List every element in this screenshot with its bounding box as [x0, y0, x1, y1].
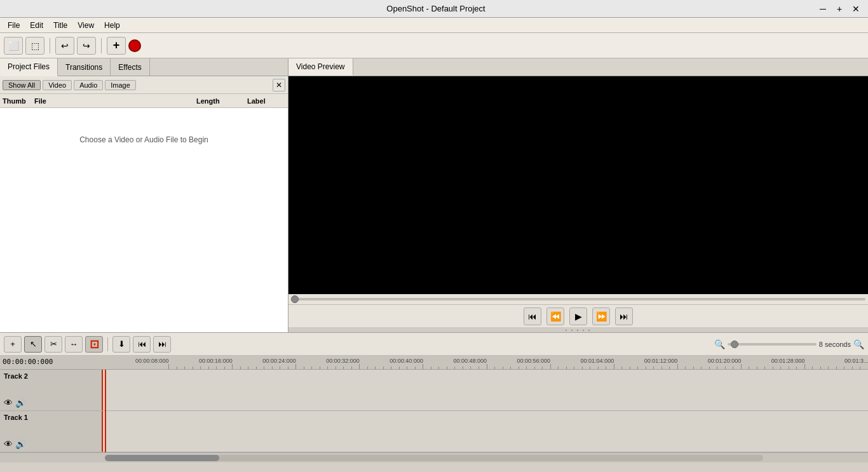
- ruler-minor-tick: [542, 367, 543, 369]
- undo-button[interactable]: ↩: [55, 37, 74, 55]
- add-track-button[interactable]: +: [4, 336, 22, 353]
- ruler-minor-tick: [852, 367, 853, 369]
- ruler-minor-tick: [415, 367, 416, 369]
- new-project-button[interactable]: ⬜: [4, 37, 23, 55]
- scrubber-thumb[interactable]: [291, 295, 299, 303]
- skip-back-button[interactable]: ⏮: [524, 307, 541, 325]
- ruler-minor-tick: [566, 367, 567, 369]
- ruler-minor-tick: [447, 367, 447, 369]
- fast-forward-button[interactable]: ⏩: [592, 307, 610, 325]
- resize-handle[interactable]: • • • • •: [288, 327, 868, 332]
- ruler-minor-tick: [709, 367, 710, 369]
- track-2-eye-icon[interactable]: 👁: [4, 398, 13, 408]
- ruler-minor-tick: [757, 367, 757, 369]
- ruler-minor-tick: [598, 367, 599, 369]
- maximize-button[interactable]: +: [832, 2, 846, 16]
- select-tool-button[interactable]: ↖: [24, 336, 42, 353]
- ruler-minor-tick-line: [256, 367, 257, 369]
- redo-icon: ↪: [83, 41, 90, 51]
- ruler-tick-label: 00:00:16:000: [199, 358, 233, 364]
- ruler-minor-tick: [685, 367, 686, 369]
- ruler-tick-label: 00:01:04:000: [581, 358, 614, 364]
- skip-forward-button[interactable]: ⏭: [615, 307, 633, 325]
- ruler-tick-line: [359, 364, 360, 369]
- scrubber-track[interactable]: [291, 298, 865, 300]
- ruler-tick-label: 00:00:48:000: [453, 358, 487, 364]
- h-scrollbar[interactable]: [0, 452, 868, 462]
- minimize-button[interactable]: ─: [816, 2, 830, 16]
- ruler-minor-tick: [383, 367, 384, 369]
- menu-view[interactable]: View: [72, 20, 99, 31]
- ruler-minor-tick-line: [431, 367, 431, 369]
- zoom-in-icon[interactable]: 🔍: [853, 339, 864, 349]
- ruler-minor-tick: [630, 367, 630, 369]
- ruler-tick-label: 00:00:56:000: [517, 358, 551, 364]
- ruler-minor-tick-line: [383, 367, 384, 369]
- left-panel: Project Files Transitions Effects Show A…: [0, 58, 288, 332]
- zoom-slider[interactable]: [728, 343, 817, 346]
- ruler-tick-line: [168, 364, 169, 369]
- ruler-tick-line: [550, 364, 551, 369]
- ruler-minor-tick-line: [224, 367, 225, 369]
- import-timeline-icon: ⬇: [118, 339, 125, 349]
- ruler-minor-tick: [780, 367, 781, 369]
- ruler-minor-tick: [216, 367, 217, 369]
- menu-edit[interactable]: Edit: [25, 20, 48, 31]
- filter-show-all[interactable]: Show All: [3, 80, 41, 90]
- razor-tool-icon: ✂: [50, 339, 57, 349]
- redo-button[interactable]: ↪: [77, 37, 96, 55]
- timeline-ruler: 00:00:00:000 00:00:08:000 00:00:16:000 0…: [0, 356, 868, 370]
- ruler-minor-tick: [272, 367, 273, 369]
- filter-video[interactable]: Video: [43, 80, 72, 90]
- razor-tool-button[interactable]: ✂: [44, 336, 62, 353]
- ruler-minor-tick: [725, 367, 726, 369]
- move-tool-button[interactable]: ↔: [65, 336, 83, 353]
- ruler-minor-tick-line: [796, 367, 797, 369]
- ruler-minor-tick-line: [701, 367, 702, 369]
- menu-title[interactable]: Title: [48, 20, 72, 31]
- snap-tool-button[interactable]: ⊡: [85, 336, 103, 353]
- import-timeline-button[interactable]: ⬇: [112, 336, 130, 353]
- ruler-minor-tick-line: [288, 367, 288, 369]
- tab-video-preview[interactable]: Video Preview: [288, 58, 353, 76]
- ruler-minor-tick: [304, 367, 304, 369]
- rewind-button[interactable]: ⏪: [546, 307, 564, 325]
- import-button[interactable]: +: [107, 37, 126, 55]
- play-button[interactable]: ▶: [569, 307, 587, 325]
- track-1-audio-icon[interactable]: 🔊: [15, 439, 26, 449]
- tab-transitions[interactable]: Transitions: [58, 58, 111, 76]
- zoom-slider-thumb[interactable]: [731, 341, 738, 348]
- ruler-minor-tick-line: [773, 367, 773, 369]
- ruler-minor-tick: [391, 367, 391, 369]
- close-button[interactable]: ✕: [849, 2, 863, 16]
- scrollbar-track[interactable]: [105, 455, 763, 461]
- scrollbar-thumb[interactable]: [105, 455, 219, 461]
- tab-effects[interactable]: Effects: [111, 58, 149, 76]
- zoom-out-icon[interactable]: 🔍: [714, 339, 725, 349]
- menu-help[interactable]: Help: [99, 20, 125, 31]
- ruler-tick-label: 00:01:12:000: [644, 358, 678, 364]
- clear-filter-button[interactable]: ✕: [273, 79, 285, 91]
- ruler-minor-tick-line: [216, 367, 217, 369]
- ruler-minor-tick-line: [828, 367, 829, 369]
- filter-image[interactable]: Image: [105, 80, 136, 90]
- ruler-tick-label: 00:01:28:000: [771, 358, 805, 364]
- menu-file[interactable]: File: [3, 20, 25, 31]
- filter-audio[interactable]: Audio: [74, 80, 103, 90]
- track-2-audio-icon[interactable]: 🔊: [15, 398, 26, 408]
- jump-start-button[interactable]: ⏮: [133, 336, 151, 353]
- tab-project-files[interactable]: Project Files: [0, 58, 58, 76]
- ruler-minor-tick-line: [304, 367, 304, 369]
- project-settings-button[interactable]: ⬚: [25, 37, 44, 55]
- ruler-minor-tick-line: [764, 367, 765, 369]
- jump-end-button[interactable]: ⏭: [153, 336, 171, 353]
- ruler-minor-tick: [248, 367, 248, 369]
- ruler-tick: 00:01:20:000: [741, 364, 742, 369]
- record-button[interactable]: [128, 39, 141, 52]
- track-1-eye-icon[interactable]: 👁: [4, 439, 13, 449]
- ruler-minor-tick-line: [606, 367, 606, 369]
- col-header-length: Length: [196, 97, 247, 105]
- scrubber-row[interactable]: [288, 294, 868, 304]
- ruler-tick-label: 00:01:3...: [844, 358, 868, 364]
- menu-bar: File Edit Title View Help: [0, 18, 868, 33]
